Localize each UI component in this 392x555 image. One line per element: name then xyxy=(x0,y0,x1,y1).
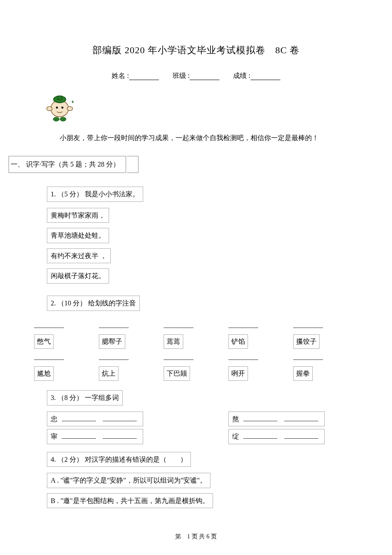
svg-point-3 xyxy=(56,106,58,109)
word-blank[interactable] xyxy=(62,433,96,439)
page-title: 部编版 2020 年小学语文毕业考试模拟卷 8C 卷 xyxy=(34,43,358,58)
word-blank[interactable] xyxy=(103,415,137,421)
q3-char: 忠 xyxy=(51,415,58,423)
encouragement-text: 小朋友，带上你一段时间的学习成果，一起来做个自我检测吧，相信你一定是最棒的！ xyxy=(34,132,358,144)
q1-line-3: 有约不来过夜半 ， xyxy=(47,248,111,264)
q2-word: 攥饺子 xyxy=(293,334,320,349)
q3-char: 绽 xyxy=(232,433,239,440)
section-1-heading: 一、 识字·写字（共 5 题；共 28 分） xyxy=(9,156,126,173)
q2-word: 憋气 xyxy=(34,334,54,349)
q4-option-b[interactable]: B . "邀"是半包围结构，共十五画，第九画是横折钩。 xyxy=(47,493,213,509)
svg-rect-2 xyxy=(58,96,62,99)
pinyin-blank[interactable] xyxy=(228,354,258,360)
name-label: 姓名 : xyxy=(112,72,129,79)
q2-word: 咧开 xyxy=(228,366,248,381)
pinyin-blank[interactable] xyxy=(34,354,64,360)
q3-pair-right: 熬 xyxy=(228,411,325,427)
q2-word: 腮帮子 xyxy=(99,334,125,349)
q4-option-a[interactable]: A . "谧"字的字义是"安静"，所以可以组词为"安谧"。 xyxy=(47,473,210,488)
word-blank[interactable] xyxy=(284,433,318,439)
q3-pair-right: 绽 xyxy=(228,429,325,444)
q1-label: 1. （5 分） 我是小小书法家。 xyxy=(47,187,143,202)
pinyin-blank[interactable] xyxy=(293,354,323,360)
word-blank[interactable] xyxy=(103,433,137,439)
q2-word: 握拳 xyxy=(293,366,313,381)
pinyin-blank[interactable] xyxy=(99,322,129,328)
word-blank[interactable] xyxy=(243,415,277,421)
q3-label: 3. （8 分） 一字组多词 xyxy=(47,390,123,405)
q1-line-4: 闲敲棋子落灯花。 xyxy=(47,268,109,284)
svg-point-5 xyxy=(47,106,52,111)
pinyin-blank[interactable] xyxy=(164,354,193,360)
q2-word: 炕上 xyxy=(99,366,118,381)
score-label: 成绩 : xyxy=(233,72,250,79)
class-label: 班级 : xyxy=(173,72,190,79)
q1-line-2: 青草池塘处处蛙。 xyxy=(47,228,109,243)
class-blank[interactable] xyxy=(190,73,219,80)
pinyin-table: 憋气 腮帮子 蔫蔫 铲馅 攥饺子 尴尬 炕上 下巴颏 咧开 握拳 xyxy=(34,319,358,382)
q1-line-1: 黄梅时节家家雨， xyxy=(47,208,109,223)
svg-text:✦: ✦ xyxy=(71,99,75,104)
word-blank[interactable] xyxy=(284,415,318,421)
q3-char: 熬 xyxy=(232,415,239,423)
q3-pair-left: 审 xyxy=(47,429,143,444)
info-line: 姓名 : 班级 : 成绩 : xyxy=(34,70,358,81)
q2-word: 下巴颏 xyxy=(164,366,190,381)
pinyin-blank[interactable] xyxy=(293,322,323,328)
q3-pair-left: 忠 xyxy=(47,411,143,427)
q2-word: 铲馅 xyxy=(228,334,248,349)
word-blank[interactable] xyxy=(243,433,277,439)
svg-point-8 xyxy=(53,117,59,121)
q2-label: 2. （10 分） 给划线的字注音 xyxy=(47,296,140,311)
pinyin-blank[interactable] xyxy=(34,322,64,328)
pinyin-blank[interactable] xyxy=(164,322,193,328)
word-blank[interactable] xyxy=(62,415,96,421)
q4-label: 4. （2 分） 对汉字的描述有错误的是（ ） xyxy=(47,452,191,467)
q3-char: 审 xyxy=(51,433,58,440)
svg-point-9 xyxy=(60,117,66,121)
mascot-icon: ✦ xyxy=(43,90,77,124)
q2-word: 蔫蔫 xyxy=(164,334,183,349)
page-footer: 第 1 页 共 6 页 xyxy=(34,532,358,541)
svg-point-4 xyxy=(61,106,63,109)
pinyin-blank[interactable] xyxy=(99,354,129,360)
name-blank[interactable] xyxy=(129,73,159,80)
score-blank[interactable] xyxy=(251,73,280,80)
svg-point-6 xyxy=(67,106,73,111)
pinyin-blank[interactable] xyxy=(228,322,258,328)
q2-word: 尴尬 xyxy=(34,366,54,381)
